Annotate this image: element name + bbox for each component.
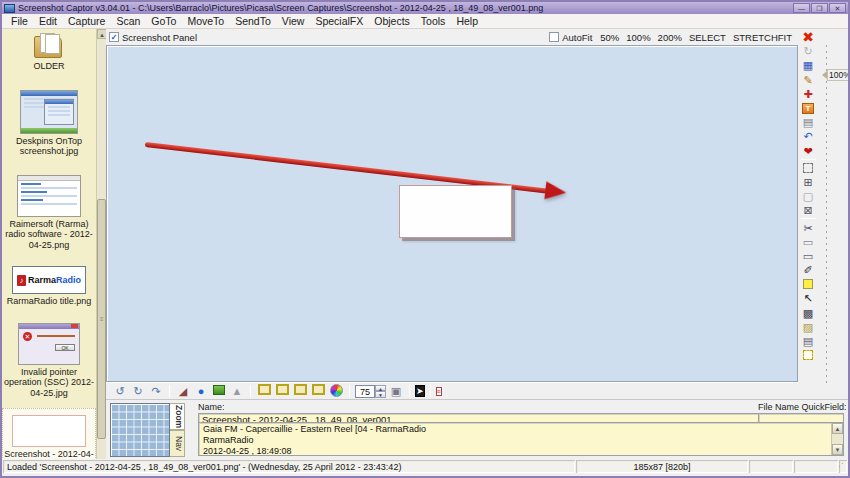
globe-icon[interactable]: ●: [193, 384, 209, 398]
color-picker-icon[interactable]: ↖: [800, 291, 817, 305]
spinner-down-icon[interactable]: ▼: [375, 391, 386, 398]
thumbnail-deskpins[interactable]: Deskpins OnTop screenshot.jpg: [2, 88, 96, 159]
menu-edit[interactable]: Edit: [34, 15, 62, 27]
print-icon[interactable]: ▤: [800, 115, 817, 129]
status-bar: Loaded 'Screenshot - 2012-04-25 , 18_49_…: [2, 459, 848, 474]
thumbnail-raimersoft[interactable]: Raimersoft (Rarma) radio software - 2012…: [2, 173, 96, 253]
zoom-50-link[interactable]: 50%: [600, 32, 619, 43]
thumbnail-label: RarmaRadio title.png: [2, 296, 96, 307]
rotate-left-icon[interactable]: ↺: [112, 384, 128, 398]
error-icon: ✕: [23, 332, 32, 341]
sidebar-scrollbar[interactable]: ▲ ≡: [96, 29, 106, 459]
button-object-pressed-icon[interactable]: ▭: [800, 249, 817, 263]
frame-icon[interactable]: ▣: [388, 384, 404, 398]
thumbnail-panel: OLDER Deskpins OnTop screenshot.jpg Raim…: [2, 29, 106, 459]
zoom-stretchfit-link[interactable]: STRETCHFIT: [733, 32, 792, 43]
button-object-icon[interactable]: ▭: [800, 235, 817, 249]
comment-scroll-down-icon[interactable]: ▼: [832, 444, 843, 455]
folder-icon: [32, 33, 66, 59]
border-edge-icon-4[interactable]: [310, 384, 326, 398]
text-tool-icon[interactable]: T: [800, 101, 817, 115]
border-edge-icon-3[interactable]: [292, 384, 308, 398]
thumbnail-rarmaradio[interactable]: ♪ RarmaRadio RarmaRadio title.png: [2, 264, 96, 309]
scrollbar-thumb[interactable]: ≡: [97, 199, 106, 439]
close-button[interactable]: ✕: [829, 3, 846, 13]
image-canvas[interactable]: [106, 45, 798, 382]
thumbnail-image: ✕ OK: [18, 323, 80, 365]
deskew-icon[interactable]: ◢: [175, 384, 191, 398]
special-capture-icon[interactable]: ❤: [800, 144, 817, 158]
folder-item-older[interactable]: OLDER: [2, 29, 96, 74]
tab-nav[interactable]: Nav: [170, 430, 185, 457]
save-icon[interactable]: ▦: [800, 58, 817, 72]
maximize-button[interactable]: ❐: [811, 3, 828, 13]
crop-icon[interactable]: ✂: [800, 220, 817, 234]
zoom-slider-knob[interactable]: 100%: [822, 69, 850, 81]
menu-scan[interactable]: Scan: [111, 15, 145, 27]
pyramid-icon[interactable]: ▲: [229, 384, 245, 398]
monitor-icon[interactable]: [211, 384, 227, 398]
refresh-icon[interactable]: ↻: [800, 44, 817, 58]
border-edge-icon-1[interactable]: [256, 384, 272, 398]
comment-line: RarmaRadio: [203, 435, 829, 446]
status-cell-empty-2: [794, 460, 838, 473]
select-region-icon[interactable]: [800, 161, 817, 175]
menu-sendto[interactable]: SendTo: [230, 15, 276, 27]
status-cell-empty-1: [749, 460, 793, 473]
rotate-arbitrary-icon[interactable]: ↷: [148, 384, 164, 398]
page-doc-icon[interactable]: ≡: [436, 384, 442, 398]
zoom-select-link[interactable]: SELECT: [689, 32, 726, 43]
clear-region-icon[interactable]: ⊠: [800, 203, 817, 217]
blank-image-icon[interactable]: ▢: [800, 189, 817, 203]
zoom-200-link[interactable]: 200%: [658, 32, 682, 43]
white-rectangle-object[interactable]: [399, 185, 512, 238]
quickfield-label: File Name QuickField:: [758, 402, 846, 412]
arrowhead: [544, 181, 567, 201]
thumbnail-error-dialog[interactable]: ✕ OK Invalid pointer operation (SSC) 201…: [2, 321, 96, 401]
screenshot-captor-window: Screenshot Captor v3.04.01 - C:\Users\Ba…: [0, 0, 850, 478]
comment-box[interactable]: Gaia FM - Capercaillie - Eastern Reel [0…: [198, 422, 844, 456]
splice-icon[interactable]: ▤: [800, 334, 817, 348]
menu-moveto[interactable]: MoveTo: [182, 15, 229, 27]
menu-tools[interactable]: Tools: [416, 15, 451, 27]
rotate-right-icon[interactable]: ↻: [130, 384, 146, 398]
expand-canvas-icon[interactable]: ⊞: [800, 175, 817, 189]
color-wheel-icon[interactable]: [328, 384, 344, 398]
add-file-icon[interactable]: ✚: [800, 87, 817, 101]
highlight-color-swatch[interactable]: [800, 277, 817, 291]
menu-help[interactable]: Help: [451, 15, 483, 27]
zoom-preview-grid[interactable]: [110, 403, 170, 457]
app-icon: [4, 4, 15, 13]
screenshot-panel-label: Screenshot Panel: [122, 32, 197, 43]
zoom-100-link[interactable]: 100%: [626, 32, 650, 43]
edit-image-icon[interactable]: ✎: [800, 73, 817, 87]
title-bar: Screenshot Captor v3.04.01 - C:\Users\Ba…: [2, 2, 848, 14]
folder-label: OLDER: [2, 61, 96, 72]
menu-view[interactable]: View: [277, 15, 310, 27]
tab-zoom[interactable]: Zoom: [170, 403, 185, 430]
minimize-button[interactable]: —: [793, 3, 810, 13]
menu-capture[interactable]: Capture: [63, 15, 110, 27]
delete-icon[interactable]: ✖: [800, 30, 817, 44]
menu-specialfx[interactable]: SpecialFX: [310, 15, 368, 27]
undo-icon[interactable]: ↶: [800, 129, 817, 143]
image-object-dark-icon[interactable]: ▩: [800, 306, 817, 320]
thumbnail-current-selected[interactable]: Screenshot - 2012-04-25 , 18_49_08_ver00…: [2, 408, 96, 459]
selection-frame-icon[interactable]: [800, 348, 817, 362]
autofit-checkbox[interactable]: [549, 32, 559, 42]
image-object-light-icon[interactable]: ▨: [800, 320, 817, 334]
comment-scrollbar[interactable]: ▲ ▼: [831, 423, 843, 455]
size-spinner-value[interactable]: 75: [355, 385, 375, 398]
screenshot-panel-checkbox[interactable]: ✓: [109, 32, 119, 42]
menu-file[interactable]: File: [6, 15, 33, 27]
thumbnail-label: Deskpins OnTop screenshot.jpg: [2, 136, 96, 157]
zoom-slider[interactable]: 100%: [822, 45, 848, 390]
cursor-tool-icon[interactable]: ➤: [415, 384, 425, 398]
menu-objects[interactable]: Objects: [369, 15, 415, 27]
comment-scroll-up-icon[interactable]: ▲: [832, 423, 843, 434]
pen-tool-icon[interactable]: ✐: [800, 263, 817, 277]
comment-line: 2012-04-25 , 18:49:08: [203, 446, 829, 456]
border-edge-icon-2[interactable]: [274, 384, 290, 398]
menu-goto[interactable]: GoTo: [146, 15, 181, 27]
resize-grip-icon[interactable]: ⋰: [839, 460, 847, 473]
